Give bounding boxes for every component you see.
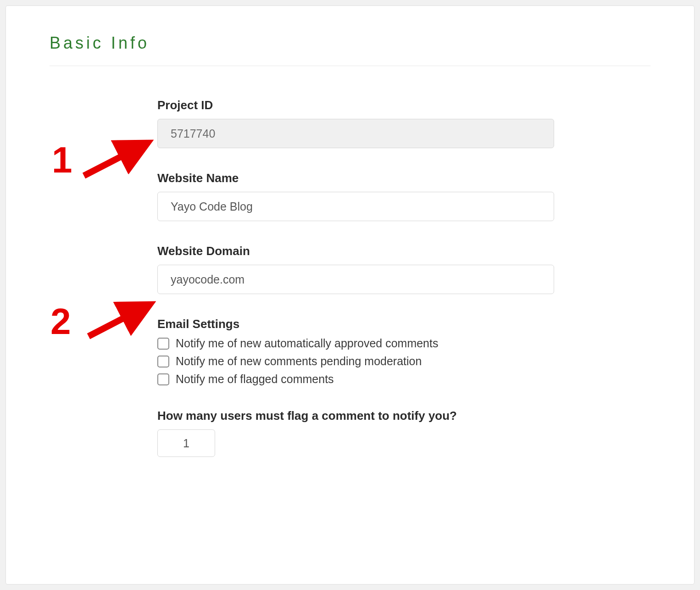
section-divider [50, 66, 650, 66]
project-id-group: Project ID [157, 98, 554, 148]
website-name-input[interactable] [157, 192, 554, 221]
basic-info-card: Basic Info Project ID Website Name Websi… [6, 6, 694, 584]
email-settings-label: Email Settings [157, 317, 554, 331]
checkbox-row-pending: Notify me of new comments pending modera… [157, 355, 554, 368]
checkbox-row-flagged: Notify me of flagged comments [157, 373, 554, 386]
website-name-label: Website Name [157, 171, 554, 185]
svg-line-1 [84, 143, 148, 176]
project-id-input[interactable] [157, 119, 554, 148]
svg-line-3 [89, 304, 150, 336]
annotation-arrow-2-icon [79, 295, 162, 345]
website-domain-input[interactable] [157, 265, 554, 294]
annotation-arrow-1-icon [75, 134, 157, 185]
project-id-label: Project ID [157, 98, 554, 112]
flag-threshold-label: How many users must flag a comment to no… [157, 409, 554, 423]
website-domain-label: Website Domain [157, 244, 554, 258]
checkbox-flagged[interactable] [157, 373, 169, 385]
checkbox-label-pending[interactable]: Notify me of new comments pending modera… [176, 355, 422, 368]
checkbox-pending[interactable] [157, 356, 169, 367]
section-title: Basic Info [50, 33, 650, 53]
flag-threshold-input[interactable] [157, 429, 215, 457]
website-name-group: Website Name [157, 171, 554, 221]
flag-threshold-group: How many users must flag a comment to no… [157, 409, 554, 457]
checkbox-label-flagged[interactable]: Notify me of flagged comments [176, 373, 334, 386]
email-settings-group: Email Settings Notify me of new automati… [157, 317, 554, 386]
checkbox-row-auto-approved: Notify me of new automatically approved … [157, 337, 554, 350]
website-domain-group: Website Domain [157, 244, 554, 294]
checkbox-label-auto-approved[interactable]: Notify me of new automatically approved … [176, 337, 438, 350]
